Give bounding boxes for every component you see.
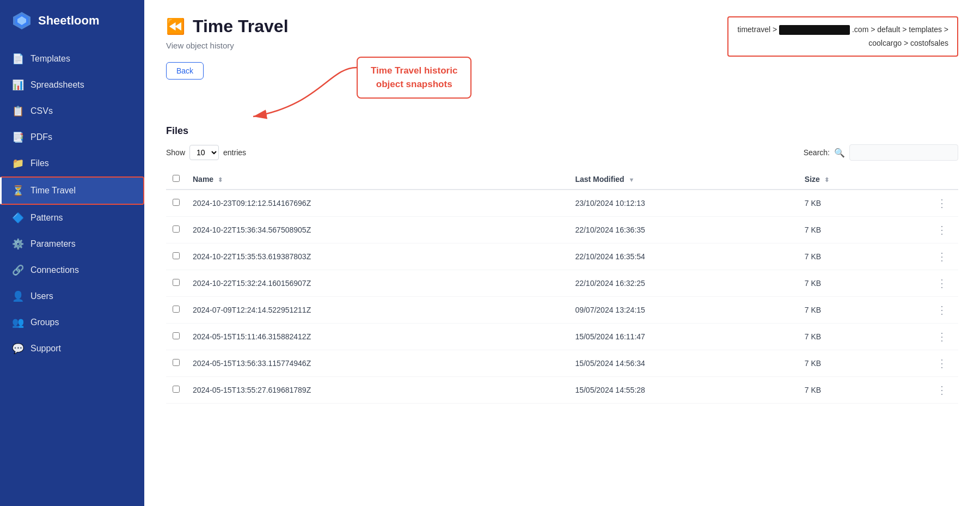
- table-row: 2024-10-22T15:32:24.160156907Z 22/10/202…: [166, 270, 958, 297]
- breadcrumb-line2: coolcargo > costofsales: [737, 36, 948, 50]
- show-entries-control: Show 10 25 50 entries: [166, 145, 246, 160]
- sidebar-item-templates[interactable]: 📄 Templates: [0, 46, 144, 72]
- row-name: 2024-05-15T13:56:33.115774946Z: [186, 350, 568, 377]
- row-checkbox[interactable]: [173, 386, 180, 393]
- row-checkbox[interactable]: [173, 359, 180, 366]
- breadcrumb-prefix: timetravel >: [737, 25, 777, 34]
- row-size: 7 KB: [798, 324, 926, 350]
- table-row: 2024-10-22T15:35:53.619387803Z 22/10/202…: [166, 243, 958, 270]
- header-last-modified[interactable]: Last Modified ▼: [568, 169, 798, 190]
- files-table: Name ⬍ Last Modified ▼ Size ⬍: [166, 169, 958, 404]
- groups-icon: 👥: [12, 316, 24, 328]
- table-row: 2024-10-22T15:36:34.567508905Z 22/10/202…: [166, 217, 958, 243]
- sidebar-item-csvs[interactable]: 📋 CSVs: [0, 98, 144, 124]
- sidebar-label-timetravel: Time Travel: [30, 186, 76, 196]
- breadcrumb-redacted: [779, 25, 850, 35]
- row-checkbox-cell: [166, 297, 186, 324]
- back-button[interactable]: Back: [166, 62, 204, 80]
- breadcrumb: timetravel > .com > default > templates …: [727, 16, 958, 57]
- row-modified: 15/05/2024 14:56:34: [568, 350, 798, 377]
- row-actions: ⋮: [926, 350, 958, 377]
- row-checkbox[interactable]: [173, 199, 180, 206]
- row-actions: ⋮: [926, 297, 958, 324]
- row-name: 2024-05-15T13:55:27.619681789Z: [186, 377, 568, 404]
- row-actions-button[interactable]: ⋮: [932, 303, 952, 317]
- sidebar-item-support[interactable]: 💬 Support: [0, 336, 144, 362]
- row-checkbox-cell: [166, 350, 186, 377]
- row-checkbox-cell: [166, 190, 186, 217]
- row-actions-button[interactable]: ⋮: [932, 276, 952, 290]
- search-label: Search:: [804, 148, 830, 157]
- row-name: 2024-05-15T15:11:46.315882412Z: [186, 324, 568, 350]
- sidebar-item-files[interactable]: 📁 Files: [0, 150, 144, 176]
- sidebar-item-timetravel[interactable]: ⏳ Time Travel: [0, 176, 144, 205]
- row-checkbox-cell: [166, 270, 186, 297]
- users-icon: 👤: [12, 290, 24, 302]
- row-modified: 15/05/2024 16:11:47: [568, 324, 798, 350]
- row-name: 2024-07-09T12:24:14.522951211Z: [186, 297, 568, 324]
- callout-line2: object snapshots: [376, 79, 452, 89]
- row-checkbox-cell: [166, 243, 186, 270]
- timetravel-icon: ⏳: [12, 185, 24, 197]
- table-body: 2024-10-23T09:12:12.514167696Z 23/10/202…: [166, 190, 958, 404]
- name-sort-icon: ⬍: [218, 176, 223, 183]
- header-size[interactable]: Size ⬍: [798, 169, 926, 190]
- select-all-checkbox[interactable]: [173, 175, 180, 182]
- callout-box: Time Travel historic object snapshots: [357, 57, 471, 99]
- row-checkbox[interactable]: [173, 252, 180, 259]
- row-actions-button[interactable]: ⋮: [932, 249, 952, 264]
- sidebar-item-users[interactable]: 👤 Users: [0, 283, 144, 309]
- csvs-icon: 📋: [12, 105, 24, 117]
- header-actions: [926, 169, 958, 190]
- sidebar-label-pdfs: PDFs: [30, 132, 52, 142]
- nav-list: 📄 Templates 📊 Spreadsheets 📋 CSVs 📑 PDFs…: [0, 41, 144, 366]
- modified-sort-icon: ▼: [629, 176, 635, 183]
- row-actions: ⋮: [926, 217, 958, 243]
- table-controls: Show 10 25 50 entries Search: 🔍: [166, 144, 958, 161]
- row-checkbox[interactable]: [173, 306, 180, 313]
- table-row: 2024-07-09T12:24:14.522951211Z 09/07/202…: [166, 297, 958, 324]
- show-label: Show: [166, 148, 185, 157]
- files-section: Files Show 10 25 50 entries Search: 🔍: [166, 125, 958, 404]
- search-input[interactable]: [849, 144, 958, 161]
- row-size: 7 KB: [798, 350, 926, 377]
- app-name: Sheetloom: [38, 14, 99, 28]
- page-title: Time Travel: [193, 16, 289, 36]
- app-logo[interactable]: Sheetloom: [0, 0, 144, 41]
- row-size: 7 KB: [798, 243, 926, 270]
- row-actions-button[interactable]: ⋮: [932, 196, 952, 210]
- templates-icon: 📄: [12, 53, 24, 65]
- parameters-icon: ⚙️: [12, 238, 24, 250]
- row-actions-button[interactable]: ⋮: [932, 356, 952, 370]
- row-checkbox[interactable]: [173, 225, 180, 233]
- search-box: Search: 🔍: [804, 144, 958, 161]
- header-name[interactable]: Name ⬍: [186, 169, 568, 190]
- breadcrumb-line1: timetravel > .com > default > templates …: [737, 23, 948, 36]
- row-modified: 22/10/2024 16:35:54: [568, 243, 798, 270]
- callout-line1: Time Travel historic: [371, 65, 457, 76]
- row-actions-button[interactable]: ⋮: [932, 383, 952, 397]
- table-header: Name ⬍ Last Modified ▼ Size ⬍: [166, 169, 958, 190]
- sidebar-label-templates: Templates: [30, 54, 70, 64]
- entries-select[interactable]: 10 25 50: [189, 145, 219, 160]
- table-row: 2024-05-15T13:55:27.619681789Z 15/05/202…: [166, 377, 958, 404]
- patterns-icon: 🔷: [12, 212, 24, 224]
- sidebar-item-patterns[interactable]: 🔷 Patterns: [0, 205, 144, 231]
- sidebar-item-parameters[interactable]: ⚙️ Parameters: [0, 231, 144, 257]
- sidebar-item-pdfs[interactable]: 📑 PDFs: [0, 124, 144, 150]
- row-checkbox[interactable]: [173, 279, 180, 286]
- row-actions-button[interactable]: ⋮: [932, 330, 952, 344]
- table-row: 2024-10-23T09:12:12.514167696Z 23/10/202…: [166, 190, 958, 217]
- row-size: 7 KB: [798, 270, 926, 297]
- row-modified: 09/07/2024 13:24:15: [568, 297, 798, 324]
- row-size: 7 KB: [798, 297, 926, 324]
- sidebar-item-connections[interactable]: 🔗 Connections: [0, 257, 144, 283]
- sidebar-item-groups[interactable]: 👥 Groups: [0, 309, 144, 336]
- sidebar-item-spreadsheets[interactable]: 📊 Spreadsheets: [0, 72, 144, 98]
- files-icon: 📁: [12, 157, 24, 169]
- row-checkbox[interactable]: [173, 332, 180, 339]
- row-actions-button[interactable]: ⋮: [932, 223, 952, 237]
- row-actions: ⋮: [926, 270, 958, 297]
- content-area: ⏪ Time Travel View object history timetr…: [144, 0, 980, 506]
- sidebar-label-users: Users: [30, 291, 53, 301]
